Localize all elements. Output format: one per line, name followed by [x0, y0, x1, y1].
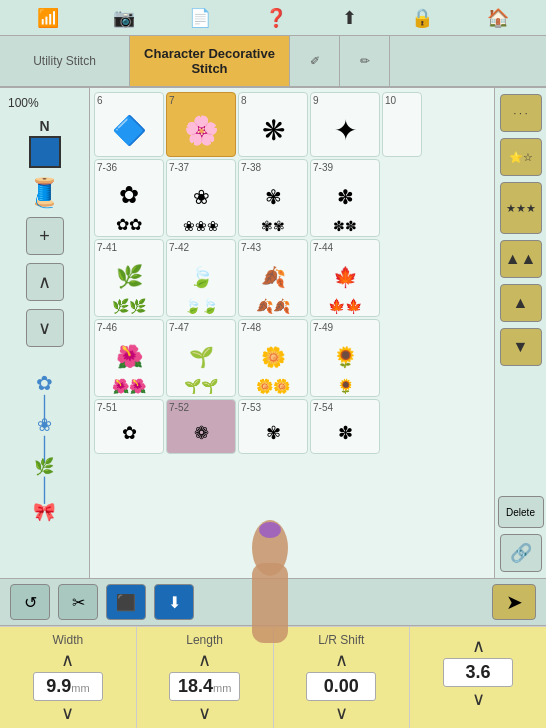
stitch-cell-7-36[interactable]: 7-36 ✿ ✿✿: [94, 159, 164, 237]
color-swatch[interactable]: [29, 136, 61, 168]
stitch-row-1: 7-36 ✿ ✿✿ 7-37 ❀ ❀❀❀ 7-38 ✾ ✾✾ 7-39 ✽ ✽✽: [94, 159, 490, 237]
stitch-cell-7-43[interactable]: 7-43 🍂 🍂🍂: [238, 239, 308, 317]
machine-icon: 🧵: [27, 176, 62, 209]
tab-bar: Utility Stitch Character Decorative Stit…: [0, 36, 546, 88]
stitch-cell-7-52[interactable]: 7-52 ❁: [166, 399, 236, 454]
svg-text:🎀: 🎀: [33, 500, 56, 522]
stitch-cell-7-54[interactable]: 7-54 ✽: [310, 399, 380, 454]
stitch-cell-7-42[interactable]: 7-42 🍃 🍃🍃: [166, 239, 236, 317]
length-down-button[interactable]: ∨: [198, 704, 211, 722]
right-sidebar: · · · ⭐☆ ★★★ ▲▲ ▲ ▼ Delete 🔗: [494, 88, 546, 578]
width-up-button[interactable]: ∧: [61, 651, 74, 669]
extra-down-button[interactable]: ∨: [472, 690, 485, 708]
size-up-btn[interactable]: ▲▲: [500, 240, 542, 278]
stitch-cell-7-41[interactable]: 7-41 🌿 🌿🌿: [94, 239, 164, 317]
scroll-up-button[interactable]: ∧: [26, 263, 64, 301]
status-bar: 📶 📷 📄 ❓ ⬆ 🔒 🏠: [0, 0, 546, 36]
stitch-row-4: 7-51 ✿ 7-52 ❁ 7-53 ✾ 7-54 ✽: [94, 399, 490, 454]
home-icon: 🏠: [487, 7, 509, 29]
main-area: 100% N 🧵 + ∧ ∨ ✿ ❀: [0, 88, 546, 578]
stitch-row-3: 7-46 🌺 🌺🌺 7-47 🌱 🌱🌱 7-48 🌼 🌼🌼 7-49 🌻 🌻: [94, 319, 490, 397]
lock-icon: 🔒: [411, 7, 433, 29]
category-cell-6[interactable]: 6 🔷: [94, 92, 164, 157]
stitch-grid: 6 🔷 7 🌸 8 ❋ 9 ✦ 10 7-36 ✿: [90, 88, 494, 578]
dotted-stitch-btn[interactable]: · · ·: [500, 94, 542, 132]
lrshift-label: L/R Shift: [318, 633, 364, 647]
stitch-cell-7-48[interactable]: 7-48 🌼 🌼🌼: [238, 319, 308, 397]
width-value[interactable]: 9.9mm: [33, 672, 103, 701]
camera-icon: 📷: [113, 7, 135, 29]
stitch-cell-7-49[interactable]: 7-49 🌻 🌻: [310, 319, 380, 397]
star-rating-btn1[interactable]: ⭐☆: [500, 138, 542, 176]
length-section: Length ∧ 18.4mm ∨: [137, 627, 274, 728]
width-section: Width ∧ 9.9mm ∨: [0, 627, 137, 728]
tab-extra1[interactable]: ✐: [290, 36, 340, 86]
stitch-cell-7-44[interactable]: 7-44 🍁 🍁🍁: [310, 239, 380, 317]
length-label: Length: [186, 633, 223, 647]
lrshift-value[interactable]: 0.00: [306, 672, 376, 701]
length-value[interactable]: 18.4mm: [169, 672, 240, 701]
tab-utility[interactable]: Utility Stitch: [0, 36, 130, 86]
stitch-row-2: 7-41 🌿 🌿🌿 7-42 🍃 🍃🍃 7-43 🍂 🍂🍂 7-44 🍁 🍁🍁: [94, 239, 490, 317]
delete-button[interactable]: Delete: [498, 496, 544, 528]
lrshift-down-button[interactable]: ∨: [335, 704, 348, 722]
navigate-forward-button[interactable]: ➤: [492, 584, 536, 620]
needle-icon: ⬆: [342, 7, 357, 29]
svg-text:✿: ✿: [36, 372, 53, 394]
lrshift-section: L/R Shift ∧ 0.00 ∨: [274, 627, 411, 728]
left-sidebar: 100% N 🧵 + ∧ ∨ ✿ ❀: [0, 88, 90, 578]
stitch-preview: ✿ ❀ 🌿 🎀: [10, 355, 80, 570]
size-mid-btn[interactable]: ▲: [500, 284, 542, 322]
scissors-button[interactable]: ✂: [58, 584, 98, 620]
doc-icon: 📄: [189, 7, 211, 29]
length-up-button[interactable]: ∧: [198, 651, 211, 669]
category-row: 6 🔷 7 🌸 8 ❋ 9 ✦ 10: [94, 92, 490, 157]
width-down-button[interactable]: ∨: [61, 704, 74, 722]
extra-value[interactable]: 3.6: [443, 658, 513, 687]
scroll-down-button[interactable]: ∨: [26, 309, 64, 347]
category-cell-7[interactable]: 7 🌸: [166, 92, 236, 157]
wifi-icon: 📶: [37, 7, 59, 29]
category-cell-10[interactable]: 10: [382, 92, 422, 157]
stitch-cell-7-39[interactable]: 7-39 ✽ ✽✽: [310, 159, 380, 237]
stitch-cell-7-51[interactable]: 7-51 ✿: [94, 399, 164, 454]
undo-button[interactable]: ↺: [10, 584, 50, 620]
lrshift-up-button[interactable]: ∧: [335, 651, 348, 669]
tab-extra2[interactable]: ✏: [340, 36, 390, 86]
extra-up-button[interactable]: ∧: [472, 637, 485, 655]
stitch-cell-7-53[interactable]: 7-53 ✾: [238, 399, 308, 454]
link-button[interactable]: 🔗: [500, 534, 542, 572]
category-cell-8[interactable]: 8 ❋: [238, 92, 308, 157]
zoom-label: 100%: [4, 96, 39, 110]
help-icon: ❓: [265, 7, 287, 29]
stitch-cell-7-37[interactable]: 7-37 ❀ ❀❀❀: [166, 159, 236, 237]
bottom-toolbar: ↺ ✂ ⬛ ⬇ ➤: [0, 578, 546, 626]
tab-character[interactable]: Character Decorative Stitch: [130, 36, 290, 86]
add-button[interactable]: +: [26, 217, 64, 255]
category-cell-9[interactable]: 9 ✦: [310, 92, 380, 157]
svg-text:❀: ❀: [37, 415, 52, 435]
size-down-btn[interactable]: ▼: [500, 328, 542, 366]
param-bar: Width ∧ 9.9mm ∨ Length ∧ 18.4mm ∨ L/R Sh…: [0, 626, 546, 728]
stitch-cell-7-47[interactable]: 7-47 🌱 🌱🌱: [166, 319, 236, 397]
anchor-button[interactable]: ⬛: [106, 584, 146, 620]
width-label: Width: [53, 633, 84, 647]
extra-section: ∧ 3.6 ∨: [410, 627, 546, 728]
stitch-cell-7-38[interactable]: 7-38 ✾ ✾✾: [238, 159, 308, 237]
star-rating-btn3[interactable]: ★★★: [500, 182, 542, 234]
svg-text:🌿: 🌿: [35, 456, 56, 477]
down-arrow-button[interactable]: ⬇: [154, 584, 194, 620]
stitch-cell-7-46[interactable]: 7-46 🌺 🌺🌺: [94, 319, 164, 397]
n-label: N: [39, 118, 49, 134]
